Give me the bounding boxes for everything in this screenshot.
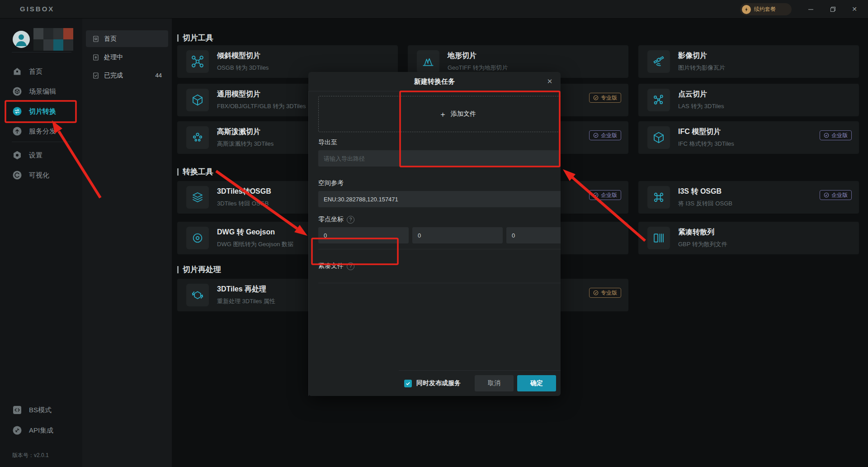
sidebar-item-distribute[interactable]: 服务分发 bbox=[8, 124, 80, 139]
renew-plan-button[interactable]: 续约套餐 bbox=[740, 3, 792, 15]
form-divider bbox=[318, 283, 561, 283]
tool-card-subtitle: FBX/OBJ/GLTF/GLB 转为 3DTiles bbox=[217, 102, 306, 110]
section-header: 转换工具 bbox=[177, 167, 213, 177]
add-file-dropzone[interactable]: ＋ 添加文件 bbox=[318, 96, 561, 132]
plus-icon: ＋ bbox=[439, 109, 447, 119]
tool-card-title: 点云切片 bbox=[678, 90, 707, 99]
tool-card[interactable]: 影像切片图片转为影像瓦片 bbox=[638, 45, 859, 78]
pointcloud-icon bbox=[647, 89, 670, 111]
form-divider bbox=[318, 249, 561, 249]
tool-card-title: 通用模型切片 bbox=[217, 90, 260, 99]
tool-card[interactable]: I3S 转 OSGB将 I3S 反转回 OSGB企业版 bbox=[638, 181, 859, 214]
close-window-icon[interactable]: ✕ bbox=[849, 4, 860, 14]
tool-card-subtitle: 重新处理 3DTiles 属性 bbox=[217, 297, 275, 305]
tool-card-title: 紧凑转散列 bbox=[678, 228, 714, 237]
tool-card-subtitle: GBP 转为散列文件 bbox=[678, 240, 727, 248]
modal-body: 切片倾斜模型切片OSGB 转为 3DTiles地形切片GeoTIFF 转为地形…… bbox=[308, 91, 561, 396]
home-icon bbox=[12, 66, 23, 77]
add-file-label: 添加文件 bbox=[451, 110, 476, 118]
code-icon bbox=[12, 405, 23, 415]
bars-icon bbox=[647, 227, 670, 249]
sidebar-item-visual[interactable]: 可视化 bbox=[8, 167, 80, 183]
section-header: 切片工具 bbox=[177, 33, 213, 43]
app-logo: GISBOX bbox=[20, 5, 54, 13]
sidebar-item-code[interactable]: BS模式 bbox=[8, 402, 80, 418]
sidebar-item-label: 切片转换 bbox=[29, 107, 56, 116]
tool-card-subtitle: 3DTiles 转回 OSGB bbox=[217, 200, 269, 208]
edition-badge: 专业版 bbox=[589, 288, 621, 298]
tool-card-title: 3DTiles 再处理 bbox=[217, 285, 266, 294]
publish-label: 同时发布成服务 bbox=[416, 379, 461, 387]
distribute-icon bbox=[12, 126, 23, 137]
subnav-item-label: 首页 bbox=[104, 35, 117, 43]
tool-card-subtitle: OSGB 转为 3DTiles bbox=[217, 64, 269, 72]
subnav-item-count: 44 bbox=[156, 72, 162, 79]
tool-card-subtitle: IFC 格式转为 3DTiles bbox=[678, 140, 734, 148]
edition-badge: 专业版 bbox=[589, 93, 621, 103]
target-icon bbox=[186, 227, 209, 249]
spatial-ref-input[interactable] bbox=[318, 191, 561, 207]
help-icon[interactable]: ? bbox=[347, 262, 354, 270]
origin-x-input[interactable] bbox=[318, 227, 409, 243]
settings-icon bbox=[12, 150, 23, 161]
tool-card[interactable]: 紧凑转散列GBP 转为散列文件 bbox=[638, 222, 859, 254]
origin-y-input[interactable] bbox=[412, 227, 503, 243]
sidebar-item-label: 设置 bbox=[29, 151, 42, 160]
tool-card-title: 影像切片 bbox=[678, 51, 707, 61]
sidebar-item-label: 服务分发 bbox=[29, 127, 56, 136]
sidebar-item-home[interactable]: 首页 bbox=[8, 64, 80, 79]
export-path-input[interactable] bbox=[318, 150, 561, 167]
sidebar-item-label: 场景编辑 bbox=[29, 87, 56, 96]
doc-processing-icon bbox=[92, 54, 99, 61]
sidebar-item-label: 首页 bbox=[29, 67, 42, 76]
tool-card-title: 高斯泼溅切片 bbox=[217, 127, 260, 137]
subnav-item-home[interactable]: 首页 bbox=[86, 30, 168, 47]
sidebar-item-api[interactable]: API集成 bbox=[8, 423, 80, 438]
sidebar-item-label: API集成 bbox=[29, 426, 53, 435]
origin-z-input[interactable] bbox=[506, 227, 561, 243]
sidebar-item-settings[interactable]: 设置 bbox=[8, 148, 80, 163]
new-conversion-task-modal: 新建转换任务 ✕ 切片倾斜模型切片OSGB 转为 3DTiles地形切片GeoT… bbox=[308, 72, 561, 396]
drone-icon bbox=[186, 50, 209, 73]
cube-icon bbox=[647, 126, 670, 149]
subnav-item-completed[interactable]: 已完成44 bbox=[86, 67, 168, 84]
cancel-button[interactable]: 取消 bbox=[475, 375, 514, 391]
api-icon bbox=[12, 425, 23, 436]
lightning-icon bbox=[742, 5, 751, 14]
tool-card[interactable]: IFC 模型切片IFC 格式转为 3DTiles企业版 bbox=[638, 121, 859, 154]
censored-username bbox=[33, 28, 73, 51]
splat-icon bbox=[186, 126, 209, 149]
layers-icon bbox=[186, 186, 209, 209]
sidebar-divider bbox=[12, 142, 71, 142]
origin-label: 零点坐标 ? bbox=[318, 215, 561, 224]
close-icon[interactable]: ✕ bbox=[545, 77, 554, 86]
edition-badge: 企业版 bbox=[589, 130, 621, 140]
minimize-button[interactable] bbox=[805, 4, 816, 14]
export-label: 导出至 bbox=[318, 138, 561, 147]
cube-icon bbox=[186, 89, 209, 111]
tool-card-subtitle: 图片转为影像瓦片 bbox=[678, 64, 725, 72]
sidebar-item-label: 可视化 bbox=[29, 171, 49, 180]
publish-checkbox[interactable] bbox=[404, 380, 412, 387]
refresh-icon bbox=[186, 284, 209, 306]
section-header: 切片再处理 bbox=[177, 264, 221, 275]
visual-icon bbox=[12, 170, 23, 181]
avatar[interactable] bbox=[13, 31, 30, 48]
terrain-icon bbox=[417, 50, 439, 73]
scene-icon bbox=[12, 86, 23, 97]
edition-badge: 企业版 bbox=[820, 130, 852, 140]
compact-file-label: 紧凑文件 ? bbox=[318, 262, 354, 270]
help-icon[interactable]: ? bbox=[347, 216, 354, 224]
spatial-ref-label: 空间参考 bbox=[318, 179, 561, 187]
secondary-sidebar: 首页处理中已完成44 bbox=[82, 18, 172, 467]
tool-card[interactable]: 点云切片LAS 转为 3DTiles bbox=[638, 84, 859, 116]
confirm-button[interactable]: 确定 bbox=[517, 375, 556, 391]
doc-done-icon bbox=[92, 72, 99, 79]
maximize-button[interactable] bbox=[827, 4, 839, 14]
renew-plan-label: 续约套餐 bbox=[754, 5, 776, 13]
subnav-item-processing[interactable]: 处理中 bbox=[86, 49, 168, 66]
tool-card-title: 地形切片 bbox=[448, 51, 476, 61]
doc-home-icon bbox=[92, 35, 99, 43]
sidebar-item-convert[interactable]: 切片转换 bbox=[8, 104, 80, 119]
sidebar-item-scene[interactable]: 场景编辑 bbox=[8, 84, 80, 99]
